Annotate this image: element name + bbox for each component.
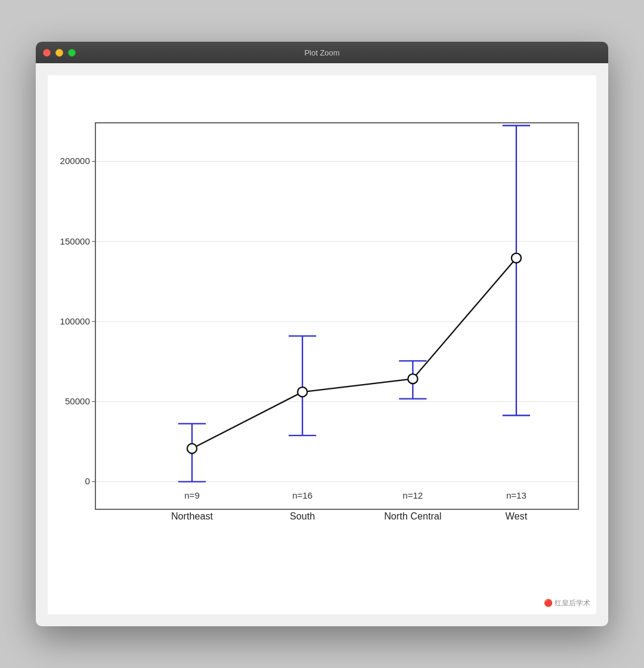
svg-text:100000: 100000 (60, 316, 90, 326)
svg-text:Northeast: Northeast (171, 511, 213, 521)
svg-point-31 (408, 374, 417, 384)
chart-container: state.area state.region 0 50000 100000 1… (48, 75, 596, 614)
svg-text:200000: 200000 (60, 156, 90, 166)
window-title: Plot Zoom (304, 48, 339, 57)
svg-text:North Central: North Central (384, 511, 441, 521)
svg-point-32 (512, 253, 521, 263)
window-content: state.area state.region 0 50000 100000 1… (48, 75, 596, 614)
svg-text:n=12: n=12 (402, 491, 423, 501)
svg-text:n=16: n=16 (292, 491, 312, 501)
close-button[interactable] (43, 49, 51, 57)
titlebar: Plot Zoom (36, 42, 608, 63)
svg-point-29 (187, 444, 197, 453)
svg-rect-0 (95, 123, 578, 509)
watermark: 🔴 红皇后学术 (544, 598, 590, 608)
svg-text:n=9: n=9 (184, 491, 200, 501)
traffic-lights (43, 49, 76, 57)
chart-svg: 0 50000 100000 150000 200000 (95, 93, 578, 567)
svg-text:West: West (506, 511, 528, 521)
svg-text:n=13: n=13 (506, 491, 527, 501)
svg-text:50000: 50000 (65, 396, 90, 406)
minimize-button[interactable] (55, 49, 63, 57)
svg-text:South: South (290, 511, 315, 521)
svg-point-30 (298, 387, 307, 397)
maximize-button[interactable] (68, 49, 76, 57)
svg-text:0: 0 (85, 476, 89, 486)
svg-text:150000: 150000 (60, 236, 90, 246)
window: Plot Zoom state.area state.region 0 5000… (36, 42, 608, 626)
